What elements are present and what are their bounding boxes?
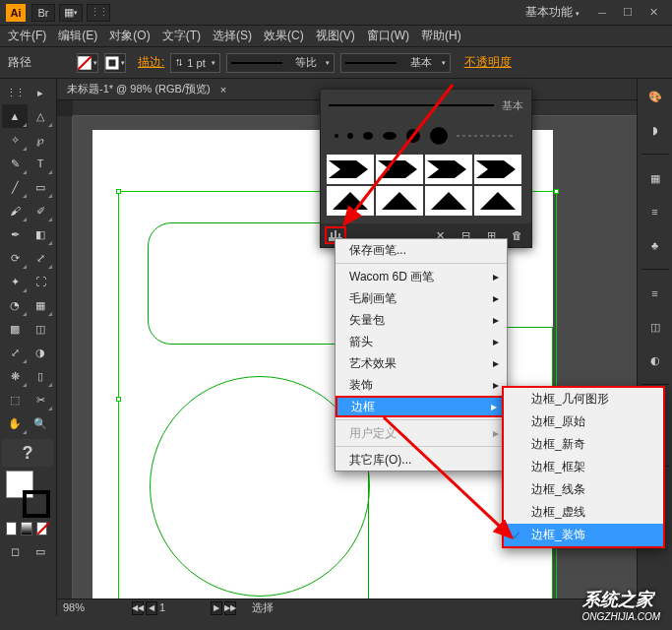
screen-mode-normal[interactable]: ◻ — [2, 539, 28, 563]
last-artboard-button[interactable]: ▶▶ — [224, 601, 236, 615]
hand-tool[interactable]: ✋ — [2, 411, 28, 435]
brush-pattern-3[interactable] — [425, 155, 472, 184]
menu-decorative[interactable]: 装饰▸ — [336, 374, 507, 396]
brush-pattern-7[interactable] — [425, 186, 472, 216]
mesh-tool[interactable]: ▩ — [2, 317, 28, 341]
zoom-tool[interactable]: 🔍 — [28, 411, 53, 435]
menu-vector-packs[interactable]: 矢量包▸ — [336, 309, 507, 331]
brush-calligraphic-row[interactable] — [321, 121, 531, 151]
menu-save-brush[interactable]: 保存画笔... — [336, 239, 507, 261]
first-artboard-button[interactable]: ◀◀ — [132, 601, 144, 615]
menu-edit[interactable]: 编辑(E) — [58, 28, 97, 44]
menu-artistic[interactable]: 艺术效果▸ — [336, 352, 507, 374]
brush-basic-item[interactable]: 基本 — [321, 90, 531, 121]
menu-view[interactable]: 视图(V) — [316, 28, 355, 44]
scale-tool[interactable]: ⤢ — [28, 246, 53, 270]
swatches-panel-button[interactable]: ▦ — [643, 166, 667, 190]
direct-selection-tool[interactable]: △ — [28, 104, 53, 128]
column-graph-tool[interactable]: ▯ — [28, 364, 53, 388]
toolbox-collapse[interactable]: ▸ — [28, 81, 53, 104]
menu-select[interactable]: 选择(S) — [213, 28, 252, 44]
pencil-tool[interactable]: ✐ — [28, 199, 53, 222]
artboard-number-field[interactable]: 1 — [159, 601, 209, 615]
zoom-level-field[interactable]: 98% — [63, 601, 116, 615]
menu-help[interactable]: 帮助(H) — [421, 28, 461, 44]
color-mode-button[interactable] — [6, 522, 17, 536]
rotate-tool[interactable]: ⟳ — [2, 246, 28, 270]
fill-swatch[interactable]: ▾ — [77, 53, 98, 73]
paintbrush-tool[interactable]: 🖌 — [2, 199, 28, 222]
stroke-panel-button[interactable]: ≡ — [643, 282, 667, 305]
artboard-tool[interactable]: ⬚ — [2, 388, 28, 411]
gradient-mode-button[interactable] — [21, 522, 31, 536]
extras-button[interactable]: ⋮⋮ — [87, 4, 110, 22]
brush-delete-button[interactable]: 🗑 — [506, 226, 527, 244]
submenu-borders-frames[interactable]: 边框_框架 — [504, 456, 663, 478]
shape-builder-tool[interactable]: ◔ — [2, 293, 28, 317]
submenu-borders-lines[interactable]: 边框_线条 — [504, 478, 663, 501]
bridge-button[interactable]: Br — [31, 4, 55, 22]
prev-artboard-button[interactable]: ◀ — [146, 601, 157, 615]
brush-definition-field[interactable]: 基本▾ — [340, 53, 451, 73]
transparency-panel-button[interactable]: ◐ — [643, 348, 667, 372]
perspective-grid-tool[interactable]: ▦ — [28, 293, 53, 317]
arrange-docs-button[interactable]: ▦▾ — [59, 4, 83, 22]
width-tool[interactable]: ✦ — [2, 270, 28, 293]
close-tab-icon[interactable]: × — [220, 84, 226, 95]
brush-pattern-6[interactable] — [376, 186, 423, 216]
ruler-vertical[interactable] — [57, 116, 73, 598]
blob-brush-tool[interactable]: ✒ — [2, 222, 28, 246]
menu-borders[interactable]: 边框▸ — [336, 396, 507, 417]
workspace-switcher[interactable]: 基本功能 ▾ — [525, 4, 580, 21]
lasso-tool[interactable]: ℘ — [28, 128, 53, 152]
menu-window[interactable]: 窗口(W) — [367, 28, 409, 44]
symbols-panel-button[interactable]: ♣ — [643, 233, 667, 257]
brush-pattern-5[interactable] — [327, 186, 374, 216]
submenu-borders-novelty[interactable]: 边框_新奇 — [504, 433, 663, 456]
menu-object[interactable]: 对象(O) — [109, 28, 150, 44]
close-button[interactable]: ✕ — [641, 4, 666, 22]
gradient-panel-button[interactable]: ◫ — [643, 315, 667, 339]
free-transform-tool[interactable]: ⛶ — [28, 270, 53, 293]
brush-pattern-1[interactable] — [327, 155, 374, 184]
opacity-label[interactable]: 不透明度 — [464, 54, 512, 71]
eyedropper-tool[interactable]: ⤢ — [2, 341, 28, 364]
eraser-tool[interactable]: ◧ — [28, 222, 53, 246]
next-artboard-button[interactable]: ▶ — [211, 601, 222, 615]
rectangle-tool[interactable]: ▭ — [28, 175, 53, 199]
stroke-label[interactable]: 描边: — [138, 54, 164, 71]
brush-pattern-8[interactable] — [474, 186, 521, 216]
toolbox-handle[interactable]: ⋮⋮ — [2, 81, 28, 104]
color-panel-button[interactable]: 🎨 — [643, 85, 667, 108]
symbol-sprayer-tool[interactable]: ❋ — [2, 364, 28, 388]
gradient-tool[interactable]: ◫ — [28, 317, 53, 341]
submenu-borders-geometric[interactable]: 边框_几何图形 — [504, 388, 663, 410]
blend-tool[interactable]: ◑ — [28, 341, 53, 364]
stroke-profile-field[interactable]: 等比▾ — [226, 53, 335, 73]
stroke-weight-field[interactable]: ⮁1 pt▾ — [170, 53, 219, 73]
submenu-borders-dashed[interactable]: 边框_虚线 — [504, 501, 663, 524]
magic-wand-tool[interactable]: ✧ — [2, 128, 28, 152]
submenu-borders-primitive[interactable]: 边框_原始 — [504, 410, 663, 433]
menu-wacom[interactable]: Wacom 6D 画笔▸ — [336, 266, 507, 287]
type-tool[interactable]: T — [28, 152, 53, 175]
slice-tool[interactable]: ✂ — [28, 388, 53, 411]
brush-pattern-2[interactable] — [376, 155, 423, 184]
pen-tool[interactable]: ✎ — [2, 152, 28, 175]
menu-file[interactable]: 文件(F) — [8, 28, 46, 44]
menu-other-library[interactable]: 其它库(O)... — [336, 449, 507, 471]
menu-effect[interactable]: 效果(C) — [264, 28, 304, 44]
minimize-button[interactable]: ─ — [589, 4, 615, 22]
maximize-button[interactable]: ☐ — [615, 4, 641, 22]
stroke-swatch[interactable]: ▾ — [104, 53, 126, 73]
color-guide-panel-button[interactable]: ◗ — [643, 118, 667, 142]
screen-mode-full[interactable]: ▭ — [28, 539, 53, 563]
stroke-color[interactable] — [23, 490, 50, 518]
none-mode-button[interactable] — [36, 522, 47, 536]
menu-bristle[interactable]: 毛刷画笔▸ — [336, 287, 507, 309]
menu-arrows[interactable]: 箭头▸ — [336, 331, 507, 352]
brush-pattern-4[interactable] — [474, 155, 521, 184]
menu-type[interactable]: 文字(T) — [162, 28, 201, 44]
submenu-borders-decorative[interactable]: ✓边框_装饰 — [504, 524, 663, 546]
selection-tool[interactable]: ▲ — [2, 104, 28, 128]
